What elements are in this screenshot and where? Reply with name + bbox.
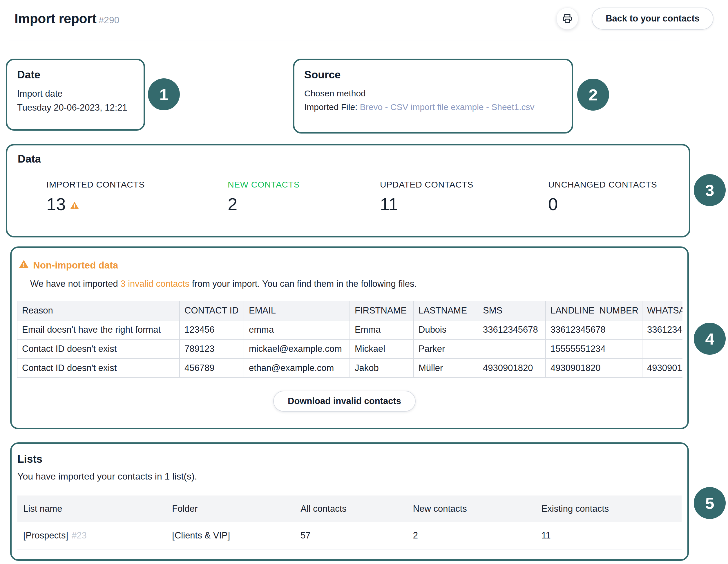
imported-file-link[interactable]: Brevo - CSV import file example - Sheet1…: [360, 102, 535, 112]
cell-new-contacts: 2: [407, 522, 536, 549]
cell-lastname: Parker: [414, 339, 478, 359]
list-id: #23: [72, 530, 87, 541]
column-header-reason: Reason: [17, 301, 180, 320]
non-imported-card: Non-imported data We have not imported 3…: [10, 246, 689, 429]
cell-whatsapp: [642, 339, 682, 359]
chosen-method-label: Chosen method: [304, 87, 563, 100]
stat-label: UNCHANGED CONTACTS: [548, 180, 657, 189]
cell-landline: 15555551234: [546, 339, 642, 359]
annotation-badge-4: 4: [694, 323, 726, 355]
table-row: Contact ID doesn't exist 456789 ethan@ex…: [17, 359, 682, 378]
data-card-title: Data: [18, 153, 689, 165]
column-header-all-contacts: All contacts: [295, 496, 407, 522]
stat-new-contacts: NEW CONTACTS 2: [228, 180, 300, 214]
cell-reason: Contact ID doesn't exist: [17, 359, 180, 378]
cell-firstname: Emma: [350, 320, 414, 339]
cell-existing-contacts: 11: [536, 522, 682, 549]
import-date-label: Import date: [17, 87, 134, 101]
table-row: Contact ID doesn't exist 789123 mickael@…: [17, 339, 682, 359]
cell-sms: [478, 339, 546, 359]
column-header-new-contacts: New contacts: [407, 496, 536, 522]
column-header-lastname: LASTNAME: [414, 301, 478, 320]
cell-sms: 4930901820: [478, 359, 546, 378]
column-header-contact-id: CONTACT ID: [180, 301, 244, 320]
message-prefix: We have not imported: [30, 278, 120, 289]
list-name: [Prospects]: [23, 530, 68, 541]
cell-lastname: Dubois: [414, 320, 478, 339]
cell-email: mickael@example.com: [244, 339, 350, 359]
cell-folder: [Clients & VIP]: [166, 522, 295, 549]
annotation-badge-3: 3: [694, 174, 726, 206]
column-header-folder: Folder: [166, 496, 295, 522]
cell-all-contacts: 57: [295, 522, 407, 549]
imported-file-prefix: Imported File:: [304, 102, 360, 112]
topbar-actions: Back to your contacts: [556, 8, 713, 30]
lists-card: Lists You have imported your contacts in…: [10, 442, 689, 561]
cell-firstname: Jakob: [350, 359, 414, 378]
report-id: #290: [99, 15, 119, 26]
stat-value: 0: [548, 194, 657, 214]
date-card-title: Date: [17, 69, 134, 81]
non-imported-title: Non-imported data: [33, 260, 118, 271]
download-invalid-contacts-button[interactable]: Download invalid contacts: [273, 391, 416, 412]
invalid-contacts-table: Reason CONTACT ID EMAIL FIRSTNAME LASTNA…: [17, 301, 682, 378]
column-header-list-name: List name: [17, 496, 166, 522]
cell-email: emma: [244, 320, 350, 339]
non-imported-message: We have not imported 3 invalid contacts …: [30, 277, 687, 291]
cell-reason: Contact ID doesn't exist: [17, 339, 180, 359]
stat-value: 13: [46, 194, 145, 214]
topbar: Import report #290 Back to your contacts: [0, 0, 728, 38]
print-button[interactable]: [556, 8, 578, 30]
list-row: [Prospects]#23 [Clients & VIP] 57 2 11: [17, 522, 682, 549]
imported-file-line: Imported File: Brevo - CSV import file e…: [304, 100, 563, 114]
lists-header-row: List name Folder All contacts New contac…: [17, 496, 682, 522]
stat-label: NEW CONTACTS: [228, 180, 300, 189]
cell-sms: 33612345678: [478, 320, 546, 339]
non-imported-title-row: Non-imported data: [19, 259, 687, 272]
title-wrap: Import report #290: [15, 11, 119, 26]
column-header-firstname: FIRSTNAME: [350, 301, 414, 320]
stat-label: UPDATED CONTACTS: [380, 180, 473, 189]
annotation-badge-2: 2: [577, 79, 609, 111]
lists-subtitle: You have imported your contacts in 1 lis…: [17, 469, 682, 484]
stat-imported-contacts: IMPORTED CONTACTS 13: [46, 180, 145, 214]
stat-unchanged-contacts: UNCHANGED CONTACTS 0: [548, 180, 657, 214]
column-header-email: EMAIL: [244, 301, 350, 320]
import-report-page: Import report #290 Back to your contacts…: [0, 0, 728, 564]
date-source-row: Date Import date Tuesday 20-06-2023, 12:…: [6, 59, 728, 133]
stat-label: IMPORTED CONTACTS: [46, 180, 145, 189]
lists-table: List name Folder All contacts New contac…: [17, 496, 682, 549]
column-header-existing-contacts: Existing contacts: [536, 496, 682, 522]
cell-landline: 4930901820: [546, 359, 642, 378]
invalid-contacts-table-wrapper: Reason CONTACT ID EMAIL FIRSTNAME LASTNA…: [17, 301, 682, 378]
warning-triangle-icon: [70, 194, 79, 214]
cell-whatsapp: 33612345678: [642, 320, 682, 339]
column-header-landline: LANDLINE_NUMBER: [546, 301, 642, 320]
cell-landline: 33612345678: [546, 320, 642, 339]
invalid-contacts-highlight: 3 invalid contacts: [120, 278, 189, 289]
cell-email: ethan@example.com: [244, 359, 350, 378]
imported-contacts-count: 13: [46, 194, 66, 214]
cell-contact-id: 456789: [180, 359, 244, 378]
stats-divider: [205, 178, 205, 228]
table-row: Email doesn't have the right format 1234…: [17, 320, 682, 339]
stat-value: 11: [380, 194, 473, 214]
import-date-value: Tuesday 20-06-2023, 12:21: [17, 101, 134, 115]
download-button-row: Download invalid contacts: [12, 391, 677, 412]
annotation-badge-5: 5: [694, 487, 726, 519]
cell-firstname: Mickael: [350, 339, 414, 359]
date-card: Date Import date Tuesday 20-06-2023, 12:…: [6, 59, 145, 131]
printer-icon: [562, 13, 573, 24]
source-card: Source Chosen method Imported File: Brev…: [293, 59, 573, 133]
cell-reason: Email doesn't have the right format: [17, 320, 180, 339]
cell-whatsapp: 4930901820: [642, 359, 682, 378]
table-header-row: Reason CONTACT ID EMAIL FIRSTNAME LASTNA…: [17, 301, 682, 320]
lists-card-title: Lists: [17, 453, 682, 465]
back-to-contacts-button[interactable]: Back to your contacts: [592, 8, 713, 30]
warning-triangle-icon: [19, 259, 29, 272]
source-card-title: Source: [304, 69, 563, 81]
stat-updated-contacts: UPDATED CONTACTS 11: [380, 180, 473, 214]
stat-value: 2: [228, 194, 300, 214]
header-divider: [9, 41, 680, 41]
page-title: Import report: [15, 11, 96, 26]
